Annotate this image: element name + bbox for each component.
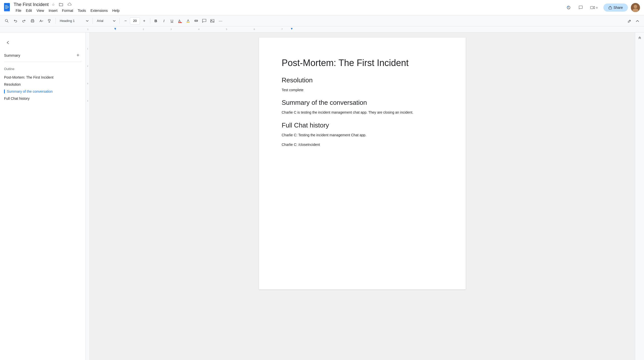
redo-button[interactable] — [20, 17, 28, 25]
svg-rect-14 — [32, 21, 33, 22]
image-button[interactable] — [209, 17, 216, 25]
title-bar-right: Share — [564, 3, 640, 12]
doc-chat-line-0: Charlie C: Testing the incident manageme… — [282, 132, 443, 138]
user-avatar[interactable] — [631, 3, 640, 12]
menu-edit[interactable]: Edit — [24, 8, 34, 14]
outline-item-text-1: Resolution — [4, 82, 21, 86]
spellcheck-button[interactable] — [37, 17, 45, 25]
folder-button[interactable] — [58, 2, 64, 7]
add-summary-button[interactable]: + — [74, 52, 81, 59]
highlight-button[interactable] — [185, 17, 192, 25]
svg-rect-3 — [5, 6, 9, 7]
star-button[interactable]: ☆ — [51, 2, 56, 8]
undo-button[interactable] — [12, 17, 19, 25]
title-section: The First Incident ☆ File Edit View Inse… — [14, 2, 562, 14]
decrease-font-size[interactable]: − — [122, 17, 129, 25]
svg-rect-2 — [5, 5, 8, 6]
sidebar-divider — [4, 62, 81, 62]
comment-inline-button[interactable] — [201, 17, 208, 25]
main-area: Summary + Outline Post-Mortem: The First… — [0, 32, 644, 360]
title-name-row: The First Incident ☆ — [14, 2, 562, 8]
right-panel — [635, 32, 644, 360]
cloud-status-button[interactable] — [66, 2, 73, 7]
sidebar-header — [0, 37, 85, 49]
svg-point-9 — [634, 5, 637, 8]
svg-rect-16 — [48, 19, 50, 21]
collapse-toolbar-button[interactable] — [634, 17, 641, 25]
italic-button[interactable]: I — [160, 17, 167, 25]
doc-chat-line-1: Charlie C: /closeIncident — [282, 142, 443, 147]
divider-2 — [93, 18, 93, 24]
more-options-button[interactable]: ⋯ — [217, 17, 224, 25]
meet-button[interactable] — [588, 3, 600, 12]
bold-button[interactable]: B — [152, 17, 159, 25]
outline-label: Outline — [0, 66, 85, 74]
svg-line-23 — [630, 20, 630, 21]
doc-section-heading-1: Summary of the conversation — [282, 99, 443, 107]
font-label: Arial — [97, 19, 103, 23]
summary-label: Summary — [4, 53, 20, 57]
outline-item-0[interactable]: Post-Mortem: The First Incident — [0, 74, 85, 81]
svg-rect-7 — [609, 7, 611, 9]
svg-line-12 — [7, 21, 8, 22]
font-dropdown[interactable]: Arial — [95, 17, 118, 25]
title-bar: The First Incident ☆ File Edit View Inse… — [0, 0, 644, 15]
link-button[interactable] — [193, 17, 200, 25]
menu-tools[interactable]: Tools — [76, 8, 88, 14]
underline-button[interactable]: U — [168, 17, 175, 25]
paragraph-style-dropdown[interactable]: Heading 1 — [58, 17, 91, 25]
paint-format-button[interactable] — [46, 17, 53, 25]
menu-file[interactable]: File — [14, 8, 23, 14]
share-label: Share — [613, 6, 623, 10]
doc-area[interactable]: Post-Mortem: The First Incident Resoluti… — [90, 32, 635, 360]
search-button[interactable] — [3, 17, 11, 25]
outline-item-1[interactable]: Resolution — [0, 81, 85, 88]
svg-rect-5 — [5, 8, 8, 9]
divider-4 — [150, 18, 150, 24]
svg-point-11 — [5, 19, 8, 22]
menu-insert[interactable]: Insert — [47, 8, 60, 14]
divider-3 — [120, 18, 120, 24]
outline-item-3[interactable]: Full Chat history — [0, 95, 85, 102]
svg-rect-19 — [187, 22, 190, 23]
font-size-box: − + — [122, 17, 148, 25]
increase-font-size[interactable]: + — [140, 17, 148, 25]
menu-bar: File Edit View Insert Format Tools Exten… — [14, 8, 562, 14]
svg-rect-21 — [211, 19, 214, 22]
svg-rect-6 — [590, 6, 593, 9]
history-button[interactable] — [564, 3, 573, 12]
doc-icon — [4, 3, 12, 12]
font-size-input[interactable] — [130, 17, 140, 24]
outline-item-text-2: Summary of the conversation — [7, 89, 53, 93]
edit-mode-button[interactable] — [626, 17, 633, 25]
menu-help[interactable]: Help — [110, 8, 122, 14]
doc-section-heading-2: Full Chat history — [282, 121, 443, 129]
doc-page: Post-Mortem: The First Incident Resoluti… — [259, 38, 466, 289]
back-button[interactable] — [4, 39, 12, 47]
svg-rect-4 — [5, 7, 9, 8]
share-button[interactable]: Share — [603, 4, 628, 12]
menu-format[interactable]: Format — [60, 8, 75, 14]
outline-item-2[interactable]: Summary of the conversation — [0, 88, 85, 95]
document-title: The First Incident — [14, 2, 49, 7]
divider-1 — [55, 18, 56, 24]
toolbar: Heading 1 Arial − + B I U A ⋯ — [0, 15, 644, 26]
doc-section-body-0: Test complete — [282, 87, 443, 93]
ruler: 1 1 2 3 4 5 6 7 ▼ ▼ — [0, 26, 644, 32]
menu-view[interactable]: View — [35, 8, 46, 14]
doc-section-body-1: Charlie C is testing the incident manage… — [282, 110, 443, 115]
text-color-button[interactable]: A — [177, 17, 184, 25]
style-label: Heading 1 — [60, 19, 75, 23]
menu-extensions[interactable]: Extensions — [89, 8, 110, 14]
sidebar: Summary + Outline Post-Mortem: The First… — [0, 32, 86, 360]
outline-item-text-3: Full Chat history — [4, 96, 30, 101]
v-ruler: 1 2 3 4 — [86, 32, 90, 360]
sidebar-summary-row: Summary + — [0, 49, 85, 62]
comment-button[interactable] — [576, 3, 585, 12]
doc-title: Post-Mortem: The First Incident — [282, 58, 443, 68]
print-button[interactable] — [29, 17, 36, 25]
outline-item-text-0: Post-Mortem: The First Incident — [4, 75, 53, 79]
right-panel-btn-1[interactable] — [636, 35, 643, 42]
svg-rect-18 — [178, 22, 182, 23]
doc-section-heading-0: Resolution — [282, 76, 443, 84]
